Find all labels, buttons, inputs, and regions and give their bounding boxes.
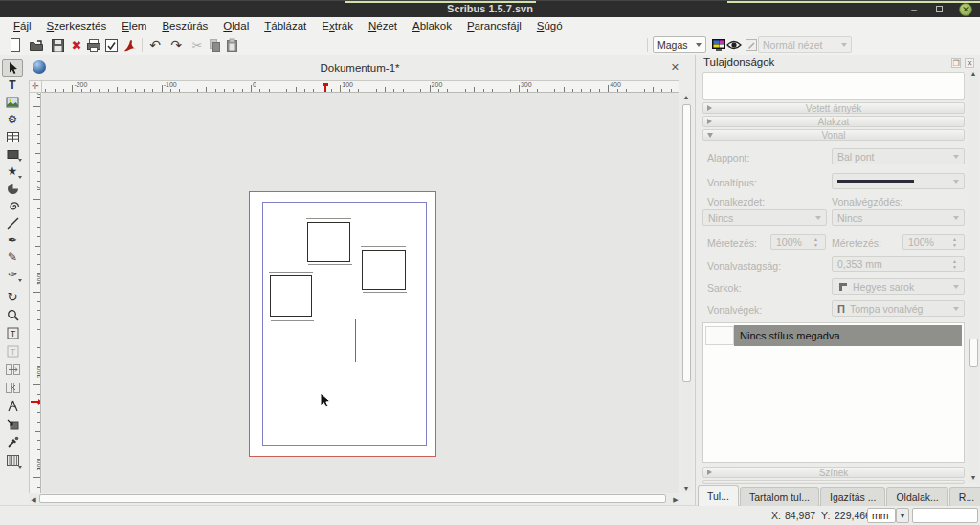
panel-scrollbar[interactable]: ▲ ▼ bbox=[969, 69, 979, 483]
scroll-left-icon[interactable]: ◀ bbox=[29, 495, 38, 505]
command-input[interactable] bbox=[912, 508, 978, 523]
insert-freehand-tool[interactable]: ✎ bbox=[2, 249, 23, 266]
caps-select[interactable]: ΠTompa vonalvég bbox=[832, 300, 965, 317]
insert-image-frame-tool[interactable] bbox=[2, 94, 23, 111]
save-button[interactable] bbox=[48, 35, 67, 55]
menu-táblázat[interactable]: Táblázat bbox=[256, 17, 314, 35]
menu-oldal[interactable]: Oldal bbox=[215, 17, 256, 35]
line-style-list[interactable]: Nincs stílus megadva bbox=[702, 322, 965, 463]
scroll-down-icon[interactable]: ▼ bbox=[681, 484, 691, 493]
ruler-origin-widget[interactable]: ✛ bbox=[29, 80, 42, 93]
insert-render-frame-tool[interactable]: ⚙ bbox=[2, 111, 23, 128]
export-pdf-button[interactable] bbox=[121, 35, 140, 55]
insert-text-frame-tool[interactable]: T bbox=[2, 77, 23, 94]
insert-arc-tool[interactable] bbox=[2, 180, 23, 197]
insert-line-tool[interactable] bbox=[2, 214, 23, 231]
basepoint-select[interactable]: Bal pont bbox=[832, 148, 965, 164]
copy-properties-tool[interactable] bbox=[2, 415, 23, 433]
menu-szerkesztés[interactable]: Szerkesztés bbox=[39, 17, 115, 35]
vertical-scrollbar[interactable]: ▲ ▼ bbox=[681, 93, 692, 493]
insert-spiral-tool[interactable] bbox=[2, 197, 23, 214]
color-picker-tool[interactable] bbox=[2, 433, 23, 451]
vertical-scrollbar-thumb[interactable] bbox=[682, 104, 691, 382]
close-window-button[interactable]: ✕ bbox=[959, 3, 972, 16]
scale-end-field[interactable]: 100%▲▼ bbox=[902, 234, 965, 250]
cut-button[interactable]: ✂ bbox=[188, 35, 207, 55]
horizontal-ruler[interactable]: -200-1000100200300400 bbox=[42, 80, 679, 93]
scroll-up-icon[interactable]: ▲ bbox=[969, 69, 978, 78]
panel-tab-3[interactable]: Oldalak... bbox=[886, 487, 947, 506]
unit-select[interactable]: mm bbox=[867, 508, 896, 523]
menu-súgó[interactable]: Súgó bbox=[529, 17, 570, 35]
maximize-button[interactable] bbox=[932, 4, 946, 15]
corners-select[interactable]: Hegyes sarok bbox=[832, 278, 965, 295]
canvas-object-hline[interactable] bbox=[271, 320, 314, 321]
menu-ablakok[interactable]: Ablakok bbox=[405, 17, 459, 35]
panel-tab-0[interactable]: Tul... bbox=[698, 485, 739, 506]
scroll-up-icon[interactable]: ▲ bbox=[681, 93, 691, 102]
section-drop-shadow[interactable]: Vetett árnyék bbox=[702, 102, 965, 114]
view-mode-select[interactable]: Normál nézet bbox=[758, 36, 852, 53]
menu-fájl[interactable]: Fájl bbox=[6, 17, 39, 35]
paste-button[interactable] bbox=[222, 35, 241, 55]
insert-calligraphic-tool[interactable]: ✑ bbox=[2, 266, 23, 283]
canvas-object-hline[interactable] bbox=[306, 218, 351, 219]
horizontal-scrollbar-thumb[interactable] bbox=[39, 494, 666, 503]
vertical-ruler[interactable]: -1000100200300 bbox=[29, 93, 41, 493]
measurement-tool[interactable] bbox=[2, 397, 23, 415]
new-document-button[interactable] bbox=[6, 35, 25, 55]
canvas[interactable] bbox=[42, 93, 679, 493]
close-document-button[interactable]: ✖ bbox=[67, 35, 86, 55]
unit-dropdown[interactable]: ▼ bbox=[896, 508, 909, 523]
canvas-object-hline[interactable] bbox=[361, 246, 406, 247]
menu-parancsfájl[interactable]: Parancsfájl bbox=[459, 17, 529, 35]
edit-contents-tool[interactable]: T bbox=[2, 324, 23, 342]
document-close-button[interactable]: ✕ bbox=[671, 61, 679, 74]
panel-float-button[interactable]: ❐ bbox=[951, 58, 961, 68]
canvas-object-hline[interactable] bbox=[363, 292, 407, 293]
menu-extrák[interactable]: Extrák bbox=[314, 17, 361, 35]
menu-nézet[interactable]: Nézet bbox=[361, 17, 405, 35]
insert-table-tool[interactable] bbox=[2, 128, 23, 145]
panel-scrollbar-thumb[interactable] bbox=[969, 339, 978, 367]
canvas-object-vline[interactable] bbox=[355, 319, 356, 362]
horizontal-scrollbar[interactable]: ◀ ▶ bbox=[29, 494, 680, 504]
select-tool[interactable] bbox=[2, 59, 23, 77]
scroll-right-icon[interactable]: ▶ bbox=[671, 495, 680, 505]
redo-button[interactable]: ↷ bbox=[167, 35, 186, 55]
spinner-icons[interactable]: ▲▼ bbox=[812, 236, 820, 249]
copy-button[interactable] bbox=[205, 35, 224, 55]
scroll-down-icon[interactable]: ▼ bbox=[969, 473, 978, 483]
undo-button[interactable]: ↶ bbox=[145, 35, 165, 55]
section-line[interactable]: Vonal bbox=[702, 129, 965, 141]
line-start-select[interactable]: Nincs bbox=[702, 209, 827, 226]
section-shape[interactable]: Alakzat bbox=[702, 116, 965, 127]
story-editor-tool[interactable]: T bbox=[2, 342, 23, 361]
panel-tab-1[interactable]: Tartalom tul... bbox=[740, 487, 819, 506]
open-button[interactable] bbox=[27, 35, 46, 55]
canvas-object-rect[interactable] bbox=[362, 250, 406, 290]
line-end-select[interactable]: Nincs bbox=[832, 209, 965, 226]
menu-beszúrás[interactable]: Beszúrás bbox=[154, 17, 215, 35]
linetype-select[interactable] bbox=[832, 173, 965, 189]
spinner-icons[interactable]: ▲▼ bbox=[950, 236, 959, 249]
link-frames-tool[interactable] bbox=[2, 361, 23, 379]
print-button[interactable] bbox=[84, 35, 103, 55]
panel-tab-2[interactable]: Igazítás ... bbox=[820, 487, 885, 506]
canvas-object-rect[interactable] bbox=[307, 222, 350, 262]
menu-elem[interactable]: Elem bbox=[114, 17, 154, 35]
panel-tab-4[interactable]: R... bbox=[949, 487, 980, 506]
insert-polygon-tool[interactable]: ★ bbox=[2, 163, 23, 180]
scale-start-field[interactable]: 100%▲▼ bbox=[770, 234, 826, 250]
minimize-button[interactable]: – bbox=[907, 4, 921, 15]
spinner-icons[interactable]: ▲▼ bbox=[950, 258, 959, 271]
canvas-object-hline[interactable] bbox=[308, 264, 352, 265]
canvas-object-rect[interactable] bbox=[270, 275, 312, 317]
preview-mode-toggle[interactable] bbox=[724, 35, 744, 55]
preflight-button[interactable] bbox=[101, 35, 121, 55]
canvas-object-hline[interactable] bbox=[269, 272, 313, 273]
image-quality-select[interactable]: Magas bbox=[653, 36, 706, 53]
pdf-tools[interactable] bbox=[2, 451, 23, 470]
line-width-field[interactable]: 0,353 mm▲▼ bbox=[832, 256, 965, 272]
unlink-frames-tool[interactable] bbox=[2, 379, 23, 397]
